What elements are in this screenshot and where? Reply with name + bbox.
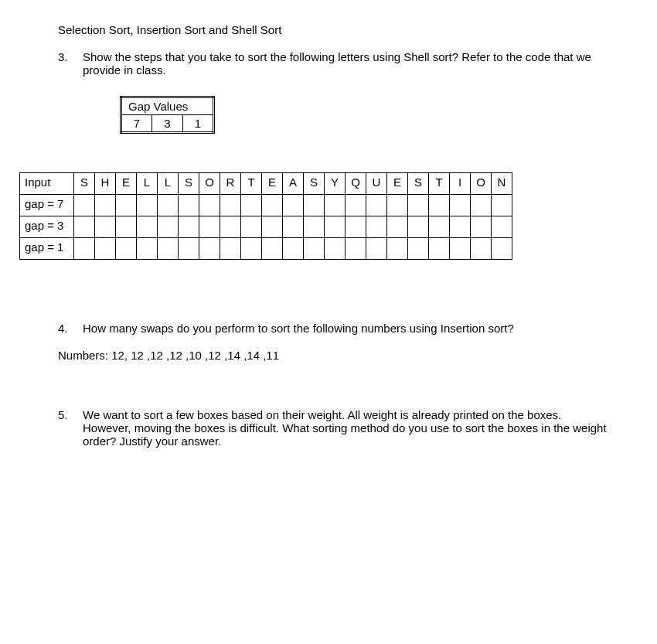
table-row: gap = 3 xyxy=(20,216,512,238)
question-4-number: 4. xyxy=(58,322,80,335)
letter-cell xyxy=(366,216,387,238)
letter-cell xyxy=(387,238,408,260)
letter-cell: E xyxy=(262,173,283,195)
letter-cell: E xyxy=(116,173,137,195)
letter-cell xyxy=(241,216,262,238)
letter-cell xyxy=(283,195,304,216)
letter-cell xyxy=(220,238,241,260)
letter-cell xyxy=(262,238,283,260)
question-5-number: 5. xyxy=(58,408,80,421)
question-4: 4. How many swaps do you perform to sort… xyxy=(58,322,638,335)
letter-cell xyxy=(304,195,325,216)
question-3-text: Show the steps that you take to sort the… xyxy=(83,50,638,77)
letter-cell: N xyxy=(492,173,512,195)
letter-cell: Q xyxy=(346,173,366,195)
letter-cell xyxy=(387,216,408,238)
letter-cell: H xyxy=(95,173,116,195)
letter-cell xyxy=(492,195,512,216)
letter-cell xyxy=(325,238,346,260)
question-3-number: 3. xyxy=(58,50,80,63)
question-5-section: 5. We want to sort a few boxes based on … xyxy=(58,408,638,448)
letter-cell xyxy=(116,238,137,260)
letter-cell xyxy=(137,216,158,238)
letter-cell: E xyxy=(387,173,408,195)
letter-cell xyxy=(158,238,179,260)
letter-cell xyxy=(325,195,346,216)
letter-cell: Y xyxy=(325,173,346,195)
row-label: gap = 3 xyxy=(20,216,74,238)
letter-cell xyxy=(220,216,241,238)
letter-cell xyxy=(366,238,387,260)
letter-cell xyxy=(408,195,429,216)
question-4-numbers: Numbers: 12, 12 ,12 ,12 ,10 ,12 ,14 ,14 … xyxy=(58,349,638,362)
letter-cell xyxy=(450,238,471,260)
row-label: Input xyxy=(20,173,74,195)
letter-cell xyxy=(366,195,387,216)
letter-cell xyxy=(220,195,241,216)
letter-cell xyxy=(116,216,137,238)
letter-cell xyxy=(283,238,304,260)
letter-cell xyxy=(199,195,220,216)
letter-cell xyxy=(346,195,366,216)
letter-cell xyxy=(492,238,512,260)
letter-cell xyxy=(346,238,366,260)
question-4-section: 4. How many swaps do you perform to sort… xyxy=(58,322,638,362)
letter-cell xyxy=(304,238,325,260)
question-4-text: How many swaps do you perform to sort th… xyxy=(83,322,638,335)
letter-cell: T xyxy=(241,173,262,195)
letter-cell: A xyxy=(283,173,304,195)
letter-cell xyxy=(95,216,116,238)
question-5-text: We want to sort a few boxes based on the… xyxy=(83,408,638,448)
letter-cell xyxy=(304,216,325,238)
letter-cell: S xyxy=(179,173,199,195)
table-row: gap = 1 xyxy=(20,238,512,260)
gap-value-cell: 1 xyxy=(183,115,214,133)
letter-cell xyxy=(158,216,179,238)
page-title: Selection Sort, Insertion Sort and Shell… xyxy=(58,23,638,36)
letter-cell xyxy=(241,238,262,260)
letter-cell xyxy=(179,195,199,216)
letter-cell xyxy=(262,216,283,238)
letter-cell xyxy=(137,195,158,216)
letter-cell xyxy=(450,216,471,238)
letter-cell xyxy=(137,238,158,260)
letter-cell xyxy=(74,238,95,260)
letter-cell xyxy=(179,238,199,260)
gap-values-container: Gap Values 7 3 1 xyxy=(120,96,638,134)
letter-cell xyxy=(95,238,116,260)
shell-sort-table: InputSHELLSORTEASYQUESTIONgap = 7gap = 3… xyxy=(19,172,512,260)
question-3: 3. Show the steps that you take to sort … xyxy=(58,50,638,77)
letter-cell: S xyxy=(408,173,429,195)
table-row: gap = 7 xyxy=(20,195,512,216)
letter-cell: L xyxy=(158,173,179,195)
letter-cell xyxy=(471,195,492,216)
letter-cell xyxy=(408,238,429,260)
letter-cell: T xyxy=(429,173,450,195)
letter-cell xyxy=(199,216,220,238)
letter-cell xyxy=(429,195,450,216)
letter-cell xyxy=(429,238,450,260)
letter-cell xyxy=(283,216,304,238)
question-5: 5. We want to sort a few boxes based on … xyxy=(58,408,638,448)
letter-cell: R xyxy=(220,173,241,195)
letter-cell: U xyxy=(366,173,387,195)
gap-value-cell: 7 xyxy=(121,115,152,133)
letter-cell xyxy=(158,195,179,216)
letter-cell: O xyxy=(471,173,492,195)
letter-cell: O xyxy=(199,173,220,195)
letter-cell: L xyxy=(137,173,158,195)
row-label: gap = 1 xyxy=(20,238,74,260)
letter-cell xyxy=(471,216,492,238)
letter-cell: I xyxy=(450,173,471,195)
gap-values-table: Gap Values 7 3 1 xyxy=(120,96,215,134)
letter-cell xyxy=(408,216,429,238)
letter-cell xyxy=(429,216,450,238)
letter-cell xyxy=(325,216,346,238)
letter-cell xyxy=(241,195,262,216)
letter-cell xyxy=(74,195,95,216)
row-label: gap = 7 xyxy=(20,195,74,216)
letter-cell xyxy=(450,195,471,216)
letter-cell xyxy=(116,195,137,216)
gap-values-header: Gap Values xyxy=(121,97,214,115)
table-row: InputSHELLSORTEASYQUESTION xyxy=(20,173,512,195)
